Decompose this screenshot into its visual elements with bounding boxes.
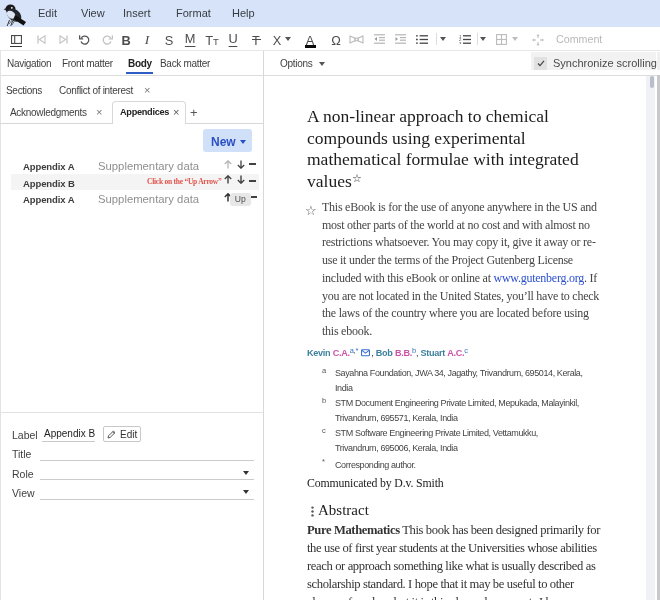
svg-text:3: 3 (459, 40, 462, 43)
